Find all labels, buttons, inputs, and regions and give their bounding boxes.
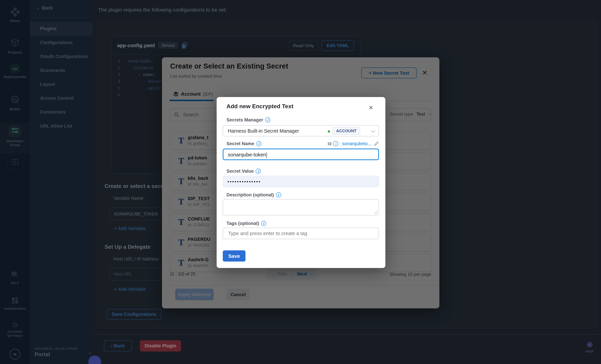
- secrets-manager-select[interactable]: Harness Built-in Secret Manager ACCOUNT: [223, 125, 379, 136]
- info-icon[interactable]: i: [333, 141, 338, 146]
- description-textarea[interactable]: [223, 199, 379, 215]
- app-window: Home Projects ∞ Deployments Builds Devel…: [0, 0, 601, 364]
- secret-value-input[interactable]: ••••••••••••••: [223, 176, 379, 187]
- secret-name-input[interactable]: sonarqube-token: [223, 149, 379, 160]
- chevron-down-icon: [371, 129, 375, 133]
- secret-name-label: Secret Namei: [227, 141, 261, 146]
- modal-title: Add new Encrypted Text: [227, 103, 293, 110]
- save-button[interactable]: Save: [223, 250, 245, 262]
- info-icon[interactable]: i: [276, 192, 281, 197]
- info-icon[interactable]: i: [256, 169, 261, 174]
- status-dot: [328, 130, 330, 133]
- secret-id-row: Id i : sonarqubeto...: [328, 141, 379, 146]
- info-icon[interactable]: i: [265, 117, 270, 123]
- edit-pencil-icon[interactable]: [374, 141, 379, 146]
- secret-id-value: : sonarqubeto...: [340, 141, 371, 146]
- secrets-manager-label: Secrets Manageri: [227, 117, 270, 123]
- tags-input[interactable]: [228, 230, 374, 236]
- add-encrypted-text-modal: Add new Encrypted Text ✕ Secrets Manager…: [217, 97, 385, 268]
- info-icon[interactable]: i: [261, 221, 266, 226]
- description-label: Description (optional)i: [227, 192, 281, 197]
- resize-handle-icon[interactable]: [374, 211, 378, 214]
- tags-input-wrap: [223, 228, 379, 239]
- text-cursor: [266, 152, 267, 158]
- secret-value-label: Secret Valuei: [227, 169, 261, 174]
- tags-label: Tags (optional)i: [227, 221, 266, 226]
- scope-badge: ACCOUNT: [332, 127, 360, 135]
- info-icon[interactable]: i: [256, 141, 261, 146]
- close-icon[interactable]: ✕: [369, 105, 373, 111]
